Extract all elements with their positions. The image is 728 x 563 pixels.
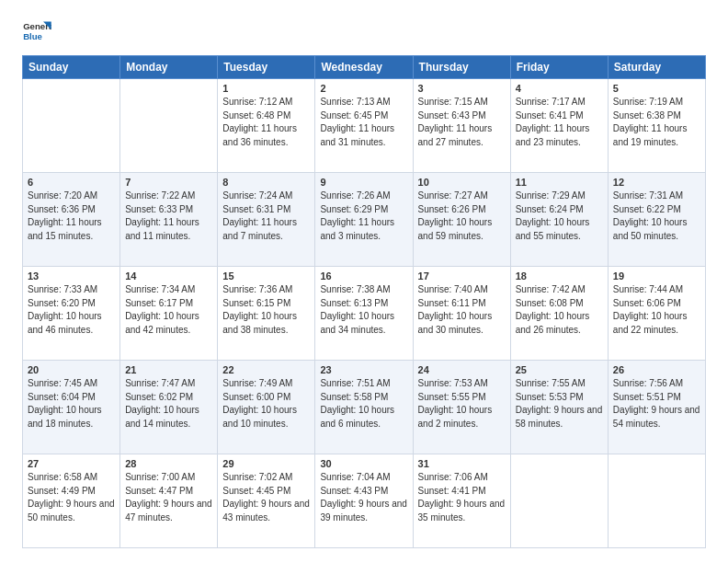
day-info: Sunrise: 7:31 AMSunset: 6:22 PMDaylight:… bbox=[613, 190, 700, 243]
day-number: 27 bbox=[28, 458, 115, 469]
calendar-day-cell: 1 Sunrise: 7:12 AMSunset: 6:48 PMDayligh… bbox=[218, 79, 315, 173]
day-number: 25 bbox=[516, 364, 603, 375]
day-info: Sunrise: 7:51 AMSunset: 5:58 PMDaylight:… bbox=[320, 377, 407, 431]
day-info: Sunrise: 7:47 AMSunset: 6:02 PMDaylight:… bbox=[125, 377, 212, 431]
day-number: 4 bbox=[516, 83, 603, 94]
calendar-day-cell: 10 Sunrise: 7:27 AMSunset: 6:26 PMDaylig… bbox=[413, 173, 510, 267]
day-number: 2 bbox=[320, 83, 407, 94]
calendar-day-cell: 9 Sunrise: 7:26 AMSunset: 6:29 PMDayligh… bbox=[315, 173, 413, 267]
calendar-day-cell: 20 Sunrise: 7:45 AMSunset: 6:04 PMDaylig… bbox=[23, 361, 120, 454]
day-info: Sunrise: 7:38 AMSunset: 6:13 PMDaylight:… bbox=[320, 283, 407, 337]
calendar-day-cell: 16 Sunrise: 7:38 AMSunset: 6:13 PMDaylig… bbox=[315, 267, 413, 361]
day-info: Sunrise: 7:40 AMSunset: 6:11 PMDaylight:… bbox=[418, 283, 506, 337]
day-number: 29 bbox=[222, 458, 310, 469]
day-number: 15 bbox=[222, 270, 310, 282]
calendar-day-cell: 17 Sunrise: 7:40 AMSunset: 6:11 PMDaylig… bbox=[413, 267, 510, 361]
day-of-week-header: Friday bbox=[510, 56, 608, 79]
calendar-day-cell: 4 Sunrise: 7:17 AMSunset: 6:41 PMDayligh… bbox=[510, 79, 608, 173]
calendar-header-row: SundayMondayTuesdayWednesdayThursdayFrid… bbox=[23, 56, 706, 79]
calendar-table: SundayMondayTuesdayWednesdayThursdayFrid… bbox=[22, 55, 706, 548]
calendar-week-row: 6 Sunrise: 7:20 AMSunset: 6:36 PMDayligh… bbox=[23, 173, 706, 267]
day-number: 18 bbox=[516, 270, 603, 282]
calendar-day-cell: 13 Sunrise: 7:33 AMSunset: 6:20 PMDaylig… bbox=[23, 267, 120, 361]
day-number: 13 bbox=[28, 270, 115, 282]
calendar-day-cell bbox=[120, 79, 218, 173]
day-info: Sunrise: 7:56 AMSunset: 5:51 PMDaylight:… bbox=[613, 377, 700, 431]
day-info: Sunrise: 7:34 AMSunset: 6:17 PMDaylight:… bbox=[125, 283, 212, 337]
page-header: General Blue bbox=[22, 18, 706, 44]
calendar-day-cell: 18 Sunrise: 7:42 AMSunset: 6:08 PMDaylig… bbox=[510, 267, 608, 361]
calendar-day-cell: 15 Sunrise: 7:36 AMSunset: 6:15 PMDaylig… bbox=[218, 267, 315, 361]
calendar-day-cell: 8 Sunrise: 7:24 AMSunset: 6:31 PMDayligh… bbox=[218, 173, 315, 267]
day-info: Sunrise: 7:33 AMSunset: 6:20 PMDaylight:… bbox=[28, 283, 115, 337]
day-of-week-header: Sunday bbox=[23, 56, 120, 79]
calendar-day-cell: 11 Sunrise: 7:29 AMSunset: 6:24 PMDaylig… bbox=[510, 173, 608, 267]
day-number: 19 bbox=[613, 270, 700, 282]
day-info: Sunrise: 7:29 AMSunset: 6:24 PMDaylight:… bbox=[516, 190, 603, 243]
day-info: Sunrise: 7:04 AMSunset: 4:43 PMDaylight:… bbox=[320, 471, 407, 524]
day-info: Sunrise: 7:15 AMSunset: 6:43 PMDaylight:… bbox=[418, 96, 506, 149]
day-number: 16 bbox=[320, 270, 407, 282]
day-info: Sunrise: 7:19 AMSunset: 6:38 PMDaylight:… bbox=[613, 96, 700, 149]
calendar-day-cell: 30 Sunrise: 7:04 AMSunset: 4:43 PMDaylig… bbox=[315, 454, 413, 548]
day-number: 30 bbox=[320, 458, 407, 469]
calendar-day-cell: 22 Sunrise: 7:49 AMSunset: 6:00 PMDaylig… bbox=[218, 361, 315, 454]
day-number: 31 bbox=[418, 458, 506, 469]
day-number: 20 bbox=[28, 364, 115, 375]
calendar-day-cell: 3 Sunrise: 7:15 AMSunset: 6:43 PMDayligh… bbox=[413, 79, 510, 173]
calendar-day-cell: 29 Sunrise: 7:02 AMSunset: 4:45 PMDaylig… bbox=[218, 454, 315, 548]
day-info: Sunrise: 7:45 AMSunset: 6:04 PMDaylight:… bbox=[28, 377, 115, 431]
day-number: 9 bbox=[320, 177, 407, 188]
day-info: Sunrise: 7:24 AMSunset: 6:31 PMDaylight:… bbox=[222, 190, 310, 243]
calendar-day-cell: 23 Sunrise: 7:51 AMSunset: 5:58 PMDaylig… bbox=[315, 361, 413, 454]
day-number: 22 bbox=[222, 364, 310, 375]
calendar-day-cell: 6 Sunrise: 7:20 AMSunset: 6:36 PMDayligh… bbox=[23, 173, 120, 267]
day-number: 11 bbox=[516, 177, 603, 188]
calendar-day-cell: 19 Sunrise: 7:44 AMSunset: 6:06 PMDaylig… bbox=[608, 267, 705, 361]
day-number: 3 bbox=[418, 83, 506, 94]
calendar-day-cell: 21 Sunrise: 7:47 AMSunset: 6:02 PMDaylig… bbox=[120, 361, 218, 454]
day-info: Sunrise: 7:26 AMSunset: 6:29 PMDaylight:… bbox=[320, 190, 407, 243]
svg-text:Blue: Blue bbox=[23, 31, 42, 41]
day-number: 24 bbox=[418, 364, 506, 375]
day-info: Sunrise: 7:22 AMSunset: 6:33 PMDaylight:… bbox=[125, 190, 212, 243]
day-info: Sunrise: 7:02 AMSunset: 4:45 PMDaylight:… bbox=[222, 471, 310, 524]
calendar-week-row: 1 Sunrise: 7:12 AMSunset: 6:48 PMDayligh… bbox=[23, 79, 706, 173]
day-info: Sunrise: 6:58 AMSunset: 4:49 PMDaylight:… bbox=[28, 471, 115, 524]
day-number: 1 bbox=[222, 83, 310, 94]
day-info: Sunrise: 7:12 AMSunset: 6:48 PMDaylight:… bbox=[222, 96, 310, 149]
logo-icon: General Blue bbox=[22, 18, 51, 44]
calendar-day-cell: 27 Sunrise: 6:58 AMSunset: 4:49 PMDaylig… bbox=[23, 454, 120, 548]
day-info: Sunrise: 7:55 AMSunset: 5:53 PMDaylight:… bbox=[516, 377, 603, 431]
day-number: 21 bbox=[125, 364, 212, 375]
calendar-day-cell bbox=[23, 79, 120, 173]
calendar-day-cell bbox=[510, 454, 608, 548]
day-info: Sunrise: 7:53 AMSunset: 5:55 PMDaylight:… bbox=[418, 377, 506, 431]
calendar-day-cell: 26 Sunrise: 7:56 AMSunset: 5:51 PMDaylig… bbox=[608, 361, 705, 454]
day-number: 28 bbox=[125, 458, 212, 469]
calendar-day-cell: 2 Sunrise: 7:13 AMSunset: 6:45 PMDayligh… bbox=[315, 79, 413, 173]
day-info: Sunrise: 7:49 AMSunset: 6:00 PMDaylight:… bbox=[222, 377, 310, 431]
day-of-week-header: Saturday bbox=[608, 56, 705, 79]
day-info: Sunrise: 7:06 AMSunset: 4:41 PMDaylight:… bbox=[418, 471, 506, 524]
day-of-week-header: Monday bbox=[120, 56, 218, 79]
day-info: Sunrise: 7:36 AMSunset: 6:15 PMDaylight:… bbox=[222, 283, 310, 337]
calendar-day-cell: 25 Sunrise: 7:55 AMSunset: 5:53 PMDaylig… bbox=[510, 361, 608, 454]
day-number: 26 bbox=[613, 364, 700, 375]
logo: General Blue bbox=[22, 18, 51, 44]
calendar-day-cell: 24 Sunrise: 7:53 AMSunset: 5:55 PMDaylig… bbox=[413, 361, 510, 454]
calendar-day-cell: 12 Sunrise: 7:31 AMSunset: 6:22 PMDaylig… bbox=[608, 173, 705, 267]
day-of-week-header: Thursday bbox=[413, 56, 510, 79]
day-number: 7 bbox=[125, 177, 212, 188]
calendar-day-cell bbox=[608, 454, 705, 548]
calendar-day-cell: 14 Sunrise: 7:34 AMSunset: 6:17 PMDaylig… bbox=[120, 267, 218, 361]
day-number: 6 bbox=[28, 177, 115, 188]
day-number: 10 bbox=[418, 177, 506, 188]
day-number: 5 bbox=[613, 83, 700, 94]
calendar-day-cell: 7 Sunrise: 7:22 AMSunset: 6:33 PMDayligh… bbox=[120, 173, 218, 267]
day-number: 23 bbox=[320, 364, 407, 375]
day-info: Sunrise: 7:44 AMSunset: 6:06 PMDaylight:… bbox=[613, 283, 700, 337]
day-number: 14 bbox=[125, 270, 212, 282]
day-info: Sunrise: 7:00 AMSunset: 4:47 PMDaylight:… bbox=[125, 471, 212, 524]
day-of-week-header: Wednesday bbox=[315, 56, 413, 79]
